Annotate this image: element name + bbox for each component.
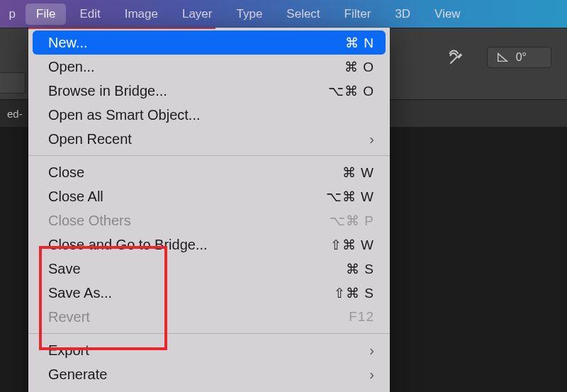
menu-item-label: New... <box>48 35 88 51</box>
menu-item-label: Revert <box>48 309 90 325</box>
menu-item-label: Open as Smart Object... <box>48 107 201 123</box>
menu-item-label: Close All <box>48 189 103 205</box>
app-menu-fragment[interactable]: p <box>0 7 24 21</box>
chevron-right-icon: › <box>369 366 374 383</box>
menu-item-label: Save As... <box>48 285 112 301</box>
menu-item-shortcut: ⇧⌘ W <box>330 237 374 253</box>
menu-item-save-as[interactable]: Save As...⇧⌘ S <box>28 281 390 305</box>
menu-item-shortcut: ⌘ N <box>345 35 374 51</box>
menu-item-label: Open... <box>48 59 95 75</box>
menubar-item-image[interactable]: Image <box>113 0 170 28</box>
menu-item-share[interactable]: Share... <box>28 386 390 392</box>
menu-item-open[interactable]: Open...⌘ O <box>28 55 390 79</box>
menu-item-label: Generate <box>48 366 107 383</box>
menu-item-save[interactable]: Save⌘ S <box>28 257 390 281</box>
menu-top-accent <box>28 28 215 29</box>
menu-item-shortcut: ⌘ O <box>344 59 374 75</box>
menubar-item-file[interactable]: File <box>26 4 66 25</box>
menu-item-browse-in-bridge[interactable]: Browse in Bridge...⌥⌘ O <box>28 79 390 103</box>
menu-item-close-others: Close Others⌥⌘ P <box>28 208 390 233</box>
menu-item-shortcut: F12 <box>349 309 374 325</box>
angle-icon <box>496 51 509 64</box>
menu-item-label: Close and Go to Bridge... <box>48 237 208 253</box>
menubar-item-layer[interactable]: Layer <box>170 0 225 28</box>
menu-item-shortcut: ⌘ W <box>342 164 374 181</box>
tab-label-fragment: ed- <box>0 108 28 120</box>
application-menubar: p FileEditImageLayerTypeSelectFilter3DVi… <box>0 0 567 28</box>
menu-item-open-recent[interactable]: Open Recent› <box>28 127 390 151</box>
menu-item-shortcut: ⇧⌘ S <box>334 285 374 301</box>
file-menu-dropdown: New...⌘ NOpen...⌘ OBrowse in Bridge...⌥⌘… <box>28 28 390 392</box>
document-tab[interactable]: ed- <box>0 100 28 127</box>
menubar-item-edit[interactable]: Edit <box>67 0 112 28</box>
menu-item-label: Close <box>48 164 84 181</box>
chevron-right-icon: › <box>369 131 374 147</box>
menu-item-revert: RevertF12 <box>28 305 390 329</box>
rotation-angle-input[interactable]: 0° <box>487 47 551 68</box>
angle-value: 0° <box>516 51 527 64</box>
menu-item-label: Save <box>48 261 81 277</box>
menu-item-generate[interactable]: Generate› <box>28 362 390 386</box>
chevron-right-icon: › <box>369 342 374 359</box>
menu-item-close[interactable]: Close⌘ W <box>28 160 390 184</box>
toolbar-button[interactable] <box>0 72 26 94</box>
menu-item-close-and-go-to-bridge[interactable]: Close and Go to Bridge...⇧⌘ W <box>28 233 390 257</box>
menu-item-close-all[interactable]: Close All⌥⌘ W <box>28 184 390 208</box>
menubar-item-type[interactable]: Type <box>224 0 274 28</box>
menubar-item-view[interactable]: View <box>422 0 473 28</box>
menu-item-label: Browse in Bridge... <box>48 83 167 99</box>
menu-item-open-as-smart-object[interactable]: Open as Smart Object... <box>28 103 390 127</box>
menu-item-shortcut: ⌥⌘ O <box>328 83 374 99</box>
menu-item-label: Open Recent <box>48 131 132 147</box>
menu-item-label: Close Others <box>48 213 131 229</box>
menu-item-label: Export <box>48 342 89 359</box>
menu-item-shortcut: ⌘ S <box>346 261 374 277</box>
menubar-item-3d[interactable]: 3D <box>383 0 422 28</box>
menubar-item-select[interactable]: Select <box>274 0 332 28</box>
menu-item-export[interactable]: Export› <box>28 338 390 362</box>
sample-color-icon[interactable] <box>447 45 468 69</box>
menu-item-new[interactable]: New...⌘ N <box>33 30 386 55</box>
menu-item-shortcut: ⌥⌘ W <box>326 189 374 205</box>
menubar-item-filter[interactable]: Filter <box>332 0 383 28</box>
menu-separator <box>28 155 390 156</box>
menu-item-shortcut: ⌥⌘ P <box>330 213 374 229</box>
menu-separator <box>28 333 390 334</box>
